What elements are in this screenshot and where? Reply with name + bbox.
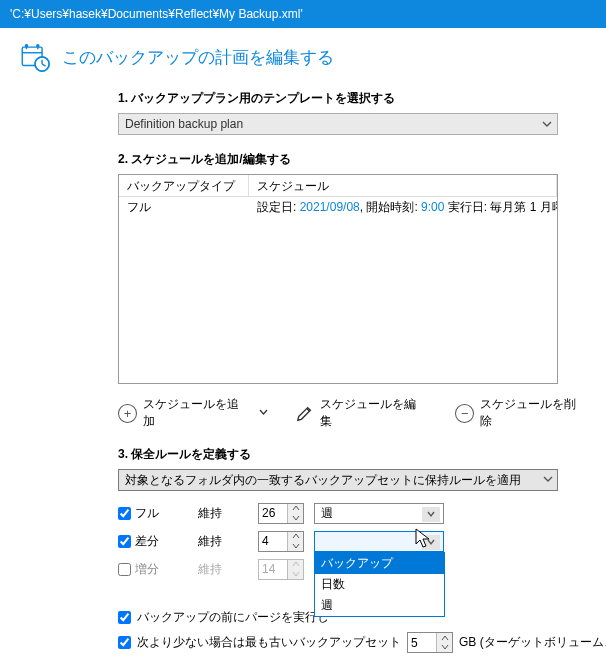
retention-row-full: フル 維持 週 xyxy=(118,499,588,527)
chevron-down-icon xyxy=(542,473,554,485)
diff-checkbox[interactable]: 差分 xyxy=(118,533,188,550)
schedule-date-link[interactable]: 2021/09/08 xyxy=(300,200,360,214)
table-row[interactable]: フル 設定日: 2021/09/08, 開始時刻: 9:00 実行日: 毎月第 … xyxy=(119,197,557,217)
schedule-grid: バックアップタイプ スケジュール フル 設定日: 2021/09/08, 開始時… xyxy=(118,174,558,384)
diff-unit-option[interactable]: バックアップ xyxy=(315,553,444,574)
delete-schedule-button[interactable]: − スケジュールを削除 xyxy=(455,396,588,430)
add-schedule-button[interactable]: + スケジュールを追加 xyxy=(118,396,268,430)
spinner-up-icon[interactable] xyxy=(288,504,303,514)
edit-schedule-button[interactable]: スケジュールを編集 xyxy=(296,396,428,430)
full-keep-value[interactable] xyxy=(259,504,287,523)
col-schedule[interactable]: スケジュール xyxy=(249,175,557,196)
spinner-up-icon[interactable] xyxy=(437,633,452,643)
template-select-value: Definition backup plan xyxy=(125,117,243,131)
keep-label: 維持 xyxy=(198,533,248,550)
cell-schedule: 設定日: 2021/09/08, 開始時刻: 9:00 実行日: 毎月第 1 月… xyxy=(249,197,557,217)
spinner-up-icon[interactable] xyxy=(288,532,303,542)
full-checkbox[interactable]: フル xyxy=(118,505,188,522)
low-space-value[interactable] xyxy=(408,633,436,652)
page-header: このバックアップの計画を編集する xyxy=(18,40,588,74)
low-space-spinner[interactable] xyxy=(407,632,453,653)
grid-body: フル 設定日: 2021/09/08, 開始時刻: 9:00 実行日: 毎月第 … xyxy=(119,197,557,217)
diff-keep-spinner[interactable] xyxy=(258,531,304,552)
purge-before-checkbox[interactable] xyxy=(118,611,131,624)
retention-row-diff: 差分 維持 週 バックアップ 日数 週 xyxy=(118,527,588,555)
diff-unit-popup: バックアップ 日数 週 xyxy=(314,552,445,617)
keep-label: 維持 xyxy=(198,561,248,578)
page-title: このバックアップの計画を編集する xyxy=(62,46,334,69)
full-unit-select[interactable]: 週 xyxy=(314,503,444,524)
diff-keep-value[interactable] xyxy=(259,532,287,551)
cell-type: フル xyxy=(119,197,249,217)
spinner-down-icon[interactable] xyxy=(288,541,303,551)
inc-keep-spinner xyxy=(258,559,304,580)
inc-checkbox[interactable]: 増分 xyxy=(118,561,188,578)
window-titlebar: 'C:¥Users¥hasek¥Documents¥Reflect¥My Bac… xyxy=(0,0,606,28)
spinner-down-icon[interactable] xyxy=(288,513,303,523)
col-backup-type[interactable]: バックアップタイプ xyxy=(119,175,249,196)
chevron-down-icon xyxy=(541,118,553,130)
template-select[interactable]: Definition backup plan xyxy=(118,113,558,135)
chevron-down-icon xyxy=(259,406,268,420)
section-retention: 3. 保全ルールを定義する 対象となるフォルダ内の一致するバックアップセットに保… xyxy=(18,446,588,653)
low-space-label: 次より少ない場合は最も古いバックアップセット xyxy=(137,634,401,651)
calendar-clock-icon xyxy=(18,40,52,74)
low-space-suffix: GB (ターゲットボリューム、最低1GB) xyxy=(459,634,606,651)
spinner-down-icon[interactable] xyxy=(437,643,452,653)
low-space-checkbox[interactable] xyxy=(118,636,131,649)
purge-before-label: バックアップの前にパージを実行し xyxy=(137,609,329,626)
chevron-down-icon xyxy=(422,507,440,522)
retention-scope-select[interactable]: 対象となるフォルダ内の一致するバックアップセットに保持ルールを適用 xyxy=(118,469,558,491)
spinner-down-icon xyxy=(288,569,303,579)
schedule-time-link[interactable]: 9:00 xyxy=(421,200,444,214)
diff-unit-option[interactable]: 週 xyxy=(315,595,444,616)
grid-header: バックアップタイプ スケジュール xyxy=(119,175,557,197)
section-2-title: 2. スケジュールを追加/編集する xyxy=(118,151,588,168)
section-1-title: 1. バックアッププラン用のテンプレートを選択する xyxy=(118,90,588,107)
section-template: 1. バックアッププラン用のテンプレートを選択する Definition bac… xyxy=(18,90,588,135)
plus-icon: + xyxy=(118,404,137,423)
low-space-row: 次より少ない場合は最も古いバックアップセット GB (ターゲットボリューム、最低… xyxy=(118,632,588,653)
full-keep-spinner[interactable] xyxy=(258,503,304,524)
retention-scope-value: 対象となるフォルダ内の一致するバックアップセットに保持ルールを適用 xyxy=(125,472,521,489)
window-title: 'C:¥Users¥hasek¥Documents¥Reflect¥My Bac… xyxy=(10,7,303,21)
diff-unit-option[interactable]: 日数 xyxy=(315,574,444,595)
minus-icon: − xyxy=(455,404,474,423)
pencil-icon xyxy=(296,404,314,422)
keep-label: 維持 xyxy=(198,505,248,522)
section-3-title: 3. 保全ルールを定義する xyxy=(118,446,588,463)
chevron-down-icon xyxy=(422,535,440,550)
inc-keep-value xyxy=(259,560,287,579)
spinner-up-icon xyxy=(288,560,303,570)
diff-unit-select[interactable]: 週 バックアップ 日数 週 xyxy=(314,531,444,552)
section-schedule: 2. スケジュールを追加/編集する バックアップタイプ スケジュール フル 設定… xyxy=(18,151,588,430)
